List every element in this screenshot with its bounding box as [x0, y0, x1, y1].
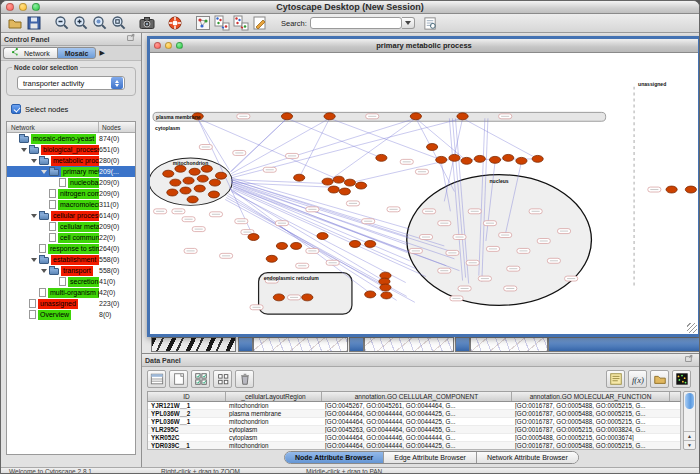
tab-edge-attribute-browser[interactable]: Edge Attribute Browser [384, 452, 477, 463]
help-icon[interactable] [166, 15, 183, 32]
tree-row[interactable]: metabolic process280(0) [7, 155, 135, 166]
network-node[interactable] [273, 294, 284, 301]
network-node[interactable] [324, 113, 335, 120]
tree-row[interactable]: response to stimul264(0) [7, 243, 135, 254]
network-node[interactable] [183, 177, 194, 184]
select-all-attributes-icon[interactable] [191, 370, 210, 388]
network-node[interactable] [187, 196, 198, 203]
table-row[interactable]: YDR039C__1mitochondrion[GO:0044464, GO:0… [148, 442, 680, 450]
tree-row[interactable]: macromolecule311(0) [7, 199, 135, 210]
vizmapper-icon[interactable] [194, 15, 211, 32]
network-node[interactable] [180, 187, 191, 194]
network-canvas[interactable]: plasma membranecytoplasmmitochondrionnuc… [150, 53, 698, 334]
network-node[interactable] [356, 182, 367, 189]
resize-grip-icon[interactable] [687, 323, 697, 333]
network-node[interactable] [302, 294, 313, 301]
table-row[interactable]: YLR295Ccytoplasm[GO:0045263, GO:0044464,… [148, 426, 680, 434]
background-window[interactable] [151, 337, 236, 352]
tree-row[interactable]: transport558(0) [7, 265, 135, 276]
network-node[interactable] [322, 178, 333, 185]
scroll-up-icon[interactable]: ▲ [684, 431, 695, 440]
tree-row[interactable]: cell communicat22(0) [7, 232, 135, 243]
network-window-titlebar[interactable]: primary metabolic process [150, 39, 698, 53]
tree-row[interactable]: unassigned223(0) [7, 298, 135, 309]
network-node[interactable] [339, 188, 350, 195]
column-header[interactable]: annotation.GO CELLULAR_COMPONENT [322, 392, 512, 401]
network-node[interactable] [163, 170, 174, 177]
background-window[interactable] [548, 337, 699, 352]
network-node[interactable] [410, 113, 421, 120]
tab-network-attribute-browser[interactable]: Network Attribute Browser [477, 452, 578, 463]
expand-arrow-icon[interactable] [31, 159, 37, 163]
network-node[interactable] [349, 240, 360, 247]
tab-network[interactable]: Network [3, 47, 57, 59]
tab-node-attribute-browser[interactable]: Node Attribute Browser [285, 452, 384, 463]
network-view-window[interactable]: primary metabolic process plasma membran… [147, 36, 699, 337]
network-node[interactable] [189, 168, 200, 175]
tree-row[interactable]: secretion41(0) [7, 276, 135, 287]
network-node[interactable] [194, 185, 205, 192]
expand-arrow-icon[interactable] [21, 148, 27, 152]
zoom-in-icon[interactable] [72, 15, 89, 32]
zoom-fit-icon[interactable] [110, 15, 127, 32]
network-node[interactable] [666, 186, 677, 193]
network-node[interactable] [294, 174, 305, 181]
table-row[interactable]: YPL036W__1mitochondrion[GO:0044464, GO:0… [148, 418, 680, 426]
network-node[interactable] [291, 242, 302, 249]
network-node[interactable] [167, 189, 178, 196]
import-attributes-icon[interactable] [650, 370, 669, 388]
background-window[interactable] [470, 337, 548, 352]
node-color-select[interactable]: transporter activity [17, 76, 125, 90]
nucleus-region[interactable] [407, 175, 592, 306]
tree-row[interactable]: establishment of lo558(0) [7, 254, 135, 265]
network-graph[interactable]: plasma membranecytoplasmmitochondrionnuc… [150, 53, 698, 334]
network-node[interactable] [532, 155, 543, 162]
network-node[interactable] [209, 179, 220, 186]
float-panel-icon[interactable] [685, 354, 696, 366]
expand-arrow-icon[interactable] [41, 269, 47, 273]
background-window[interactable] [455, 337, 470, 352]
expand-arrow-icon[interactable] [31, 214, 37, 218]
network-node[interactable] [248, 234, 259, 241]
network-node[interactable] [281, 113, 292, 120]
network-node[interactable] [461, 157, 472, 164]
zoom-out-icon[interactable] [53, 15, 70, 32]
formula-builder-icon[interactable]: f(x) [628, 370, 647, 388]
network-node[interactable] [365, 291, 376, 298]
table-scrollbar[interactable]: ▲ ▼ [683, 391, 696, 450]
delete-attribute-icon[interactable] [235, 370, 254, 388]
search-config-icon[interactable] [422, 15, 439, 32]
network-node[interactable] [457, 113, 468, 120]
tree-row[interactable]: multi-organism pro42(0) [7, 287, 135, 298]
network-node[interactable] [170, 179, 181, 186]
column-header[interactable]: _cellularLayoutRegion [226, 392, 322, 401]
network-node[interactable] [201, 165, 212, 172]
search-dropdown-button[interactable] [402, 17, 415, 29]
network-node[interactable] [381, 292, 392, 299]
export-network-icon[interactable] [232, 15, 249, 32]
background-window[interactable] [349, 337, 364, 352]
annotation-icon[interactable] [251, 15, 268, 32]
network-node[interactable] [380, 284, 391, 291]
tree-row[interactable]: nitrogen compo209(0) [7, 188, 135, 199]
network-node[interactable] [489, 156, 500, 163]
table-row[interactable]: YPL036W__2plasma membrane[GO:0044464, GO… [148, 410, 680, 418]
network-snapshot-icon[interactable] [138, 15, 155, 32]
new-attribute-icon[interactable] [169, 370, 188, 388]
table-row[interactable]: YJR121W__1mitochondrion[GO:0045267, GO:0… [148, 402, 680, 410]
unselect-all-attributes-icon[interactable] [213, 370, 232, 388]
network-node[interactable] [436, 156, 447, 163]
zoom-selected-icon[interactable] [91, 15, 108, 32]
tree-row[interactable]: primary metabo209(... [7, 166, 135, 177]
import-network-icon[interactable] [213, 15, 230, 32]
more-tabs-arrow-icon[interactable]: ▶ [99, 49, 104, 57]
tree-row[interactable]: biological_process651(0) [7, 144, 135, 155]
background-window[interactable] [253, 337, 348, 352]
network-node[interactable] [516, 157, 527, 164]
network-node[interactable] [197, 175, 208, 182]
network-node[interactable] [685, 186, 696, 193]
select-nodes-checkbox[interactable] [11, 104, 21, 114]
scrollbar-thumb[interactable] [685, 393, 694, 409]
scroll-down-icon[interactable]: ▼ [684, 440, 695, 449]
network-node[interactable] [208, 191, 219, 198]
